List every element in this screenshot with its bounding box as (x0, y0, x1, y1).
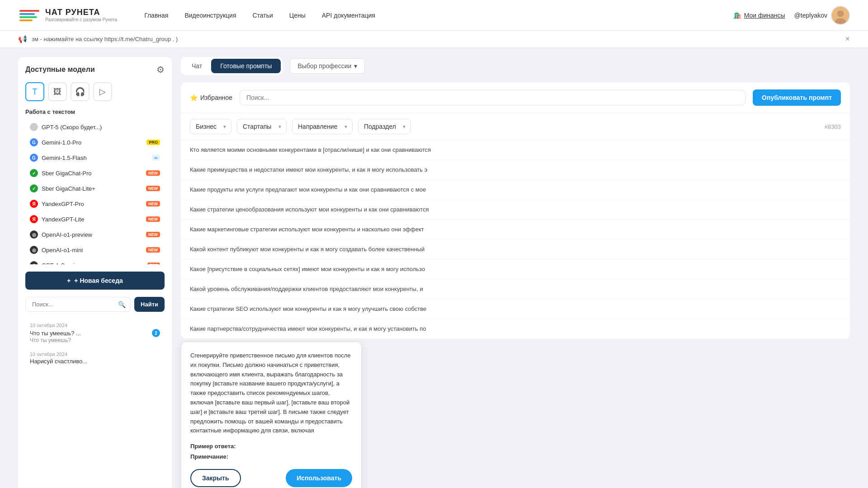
model-name: OpenAI-o1-mini (42, 247, 142, 253)
prompt-row[interactable]: Какой контент публикуют мои конкуренты и… (181, 239, 850, 259)
category-select[interactable]: Бизнес (190, 119, 231, 134)
model-list: GPT-5 (Скоро будет...)GGemini-1.0-ProPRO… (25, 120, 165, 264)
new-chat-button[interactable]: + + Новая беседа (25, 272, 165, 290)
publish-button[interactable]: Опубликовать промпт (753, 89, 841, 106)
main-content: Доступные модели ⚙ T 🖼 🎧 ▷ Работа с текс… (0, 48, 868, 488)
model-badge: TOP (147, 263, 160, 264)
model-item[interactable]: ◎GPT-4-OmniTOP (25, 258, 165, 264)
model-icon: Я (30, 200, 38, 208)
history-badge: 2 (152, 329, 160, 337)
model-name: GPT-4-Omni (42, 262, 144, 265)
prompt-row[interactable]: Какой уровень обслуживания/поддержки кли… (181, 279, 850, 299)
sidebar: Доступные модели ⚙ T 🖼 🎧 ▷ Работа с текс… (18, 57, 172, 488)
nav-link-статьи[interactable]: Статьи (252, 12, 273, 19)
model-icon: G (30, 154, 38, 162)
model-item[interactable]: GPT-5 (Скоро будет...) (25, 120, 165, 134)
model-name: YandexGPT-Pro (42, 201, 142, 207)
filter-row: Бизнес Стартапы Направление Подраздел (181, 113, 850, 140)
prompts-search-input[interactable] (240, 90, 745, 105)
model-item[interactable]: GGemini-1.0-ProPRO (25, 135, 165, 150)
logo-subtitle: Разговаривайте с разумом Рунета (45, 17, 117, 22)
svg-rect-0 (18, 4, 41, 27)
subsection-select-wrap: Подраздел (358, 119, 411, 134)
direction-select[interactable]: Направление (292, 119, 353, 134)
prompt-row[interactable]: Какие партнерства/сотрудничества имеют м… (181, 319, 850, 339)
user-area: @teplyakov (794, 6, 850, 25)
model-item[interactable]: ◎OpenAI-o1-previewNEW (25, 227, 165, 242)
prompt-row[interactable]: Какие продукты или услуги предлагают мои… (181, 180, 850, 200)
close-announce-button[interactable]: × (845, 34, 850, 44)
video-model-icon[interactable]: ▷ (93, 82, 112, 101)
model-name: Sber GigaChat-Lite+ (42, 185, 142, 192)
tab-chat[interactable]: Чат (183, 59, 211, 73)
profession-label: Выбор профессии (297, 62, 351, 70)
history-title: Что ты умеешь? ...2 (30, 329, 160, 337)
nav-right: 🛍️ Мои финансы @teplyakov (734, 6, 850, 25)
favorites-label: Избранное (200, 94, 232, 101)
model-icon: Я (30, 215, 38, 223)
profession-button[interactable]: Выбор профессии ▾ (290, 58, 365, 74)
direction-select-wrap: Направление (292, 119, 353, 134)
prompt-row[interactable]: Какие стратегии ценообразования использу… (181, 200, 850, 220)
image-model-icon[interactable]: 🖼 (48, 82, 67, 101)
subcategory-select[interactable]: Стартапы (237, 119, 287, 134)
model-item[interactable]: ✓Sber GigaChat-ProNEW (25, 166, 165, 180)
star-icon: ⭐ (190, 94, 198, 101)
finances-button[interactable]: 🛍️ Мои финансы (734, 12, 785, 19)
use-prompt-button[interactable]: Использовать (286, 469, 352, 487)
megaphone-icon: 📢 (18, 35, 27, 43)
model-item[interactable]: ЯYandexGPT-ProNEW (25, 197, 165, 211)
subsection-select[interactable]: Подраздел (358, 119, 411, 134)
prompt-row[interactable]: Какие маркетинговые стратегии используют… (181, 220, 850, 239)
model-icon: ✓ (30, 184, 38, 192)
detail-text: Сгенерируйте приветственное письмо для к… (190, 351, 352, 436)
search-input-wrap: 🔍 (25, 297, 131, 312)
model-badge: NEW (146, 232, 160, 237)
chat-panel: Чат Готовые промпты Выбор профессии ▾ ⭐ … (181, 57, 850, 488)
model-item[interactable]: ЯYandexGPT-LiteNEW (25, 212, 165, 226)
model-item[interactable]: GGemini-1.5-Flash∞ (25, 150, 165, 165)
model-icon: ✓ (30, 169, 38, 177)
search-input[interactable] (30, 297, 118, 311)
announcement-text: зм - нажимайте на ссылку https://t.me/Ch… (32, 36, 178, 42)
model-icon: ◎ (30, 246, 38, 254)
nav-link-видеоинструкция[interactable]: Видеоинструкция (184, 12, 236, 19)
prompts-panel: ⭐ Избранное Опубликовать промпт Бизнес С… (181, 82, 850, 339)
logo: ЧАТ РУНЕТА Разговаривайте с разумом Руне… (18, 4, 117, 27)
prompt-row[interactable]: Какое [присутствие в социальных сетях] и… (181, 259, 850, 279)
close-detail-button[interactable]: Закрыть (190, 469, 241, 487)
history-date: 10 октября 2024 (30, 352, 160, 357)
prompt-row[interactable]: Какие преимущества и недостатки имеют мо… (181, 160, 850, 180)
history-item[interactable]: 10 октября 2024Что ты умеешь? ...2Что ты… (25, 319, 165, 347)
nav-link-api документация[interactable]: API документация (322, 12, 375, 19)
history-item[interactable]: 10 октября 2024Нарисуй счастливо... (25, 348, 165, 368)
chevron-down-icon: ▾ (354, 62, 357, 70)
logo-text: ЧАТ РУНЕТА Разговаривайте с разумом Руне… (45, 8, 117, 22)
favorites-button[interactable]: ⭐ Избранное (190, 94, 232, 101)
audio-model-icon[interactable]: 🎧 (71, 82, 90, 101)
nav-link-главная[interactable]: Главная (144, 12, 168, 19)
new-chat-label: + Новая беседа (74, 277, 123, 284)
model-item[interactable]: ◎OpenAI-o1-miniNEW (25, 243, 165, 257)
tab-prompts[interactable]: Готовые промпты (211, 59, 281, 73)
find-button[interactable]: Найти (134, 297, 165, 312)
tab-bar: Чат Готовые промпты (181, 57, 283, 75)
search-row: 🔍 Найти (25, 297, 165, 312)
model-badge: NEW (146, 186, 160, 191)
settings-icon[interactable]: ⚙ (156, 64, 165, 75)
subcategory-select-wrap: Стартапы (237, 119, 287, 134)
model-icon: G (30, 138, 38, 146)
announcement-bar: 📢 зм - нажимайте на ссылку https://t.me/… (0, 31, 868, 48)
prompt-row[interactable]: Какие стратегии SEO используют мои конку… (181, 299, 850, 319)
history-subtitle: Что ты умеешь? (30, 337, 160, 343)
text-model-icon[interactable]: T (25, 82, 44, 101)
model-item[interactable]: ✓Sber GigaChat-Lite+NEW (25, 181, 165, 196)
finances-label: Мои финансы (744, 12, 785, 19)
avatar[interactable] (831, 6, 850, 25)
tab-bar-row: Чат Готовые промпты Выбор профессии ▾ (181, 57, 850, 75)
nav-link-цены[interactable]: Цены (289, 12, 306, 19)
plus-icon: + (67, 277, 71, 284)
chat-history: 10 октября 2024Что ты умеешь? ...2Что ты… (25, 319, 165, 368)
prompt-row[interactable]: Кто является моими основными конкурентам… (181, 140, 850, 160)
model-icon: ◎ (30, 230, 38, 239)
